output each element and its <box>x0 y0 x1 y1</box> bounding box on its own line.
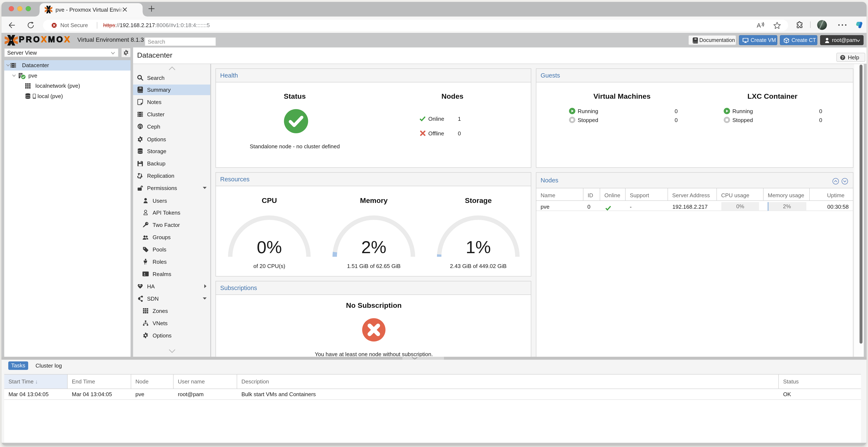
svg-text:A: A <box>757 22 761 29</box>
